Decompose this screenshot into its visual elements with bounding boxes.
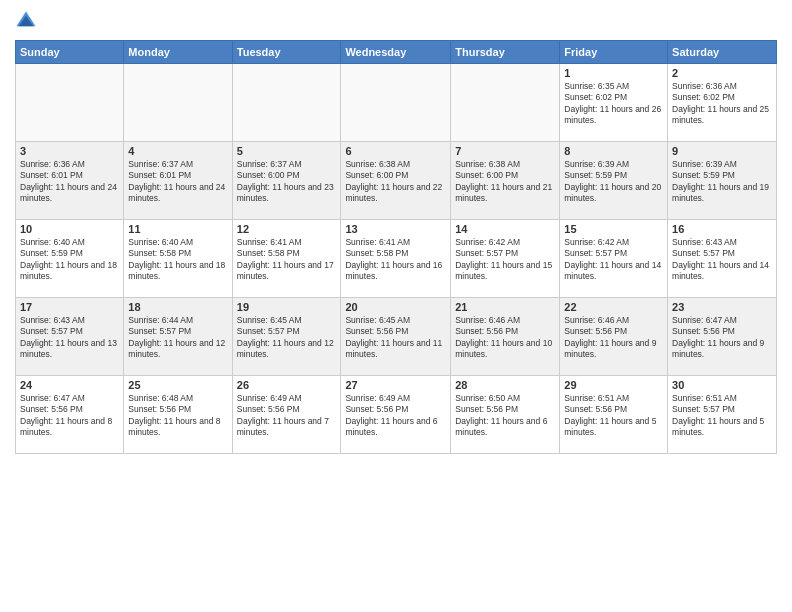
day-info: Sunrise: 6:39 AM Sunset: 5:59 PM Dayligh… [564, 159, 663, 205]
day-info: Sunrise: 6:46 AM Sunset: 5:56 PM Dayligh… [564, 315, 663, 361]
calendar-cell: 24Sunrise: 6:47 AM Sunset: 5:56 PM Dayli… [16, 376, 124, 454]
day-info: Sunrise: 6:51 AM Sunset: 5:56 PM Dayligh… [564, 393, 663, 439]
weekday-header: Friday [560, 41, 668, 64]
day-info: Sunrise: 6:47 AM Sunset: 5:56 PM Dayligh… [672, 315, 772, 361]
day-info: Sunrise: 6:48 AM Sunset: 5:56 PM Dayligh… [128, 393, 227, 439]
calendar-page: SundayMondayTuesdayWednesdayThursdayFrid… [0, 0, 792, 612]
day-number: 25 [128, 379, 227, 391]
logo [15, 10, 41, 32]
day-number: 13 [345, 223, 446, 235]
calendar-cell: 16Sunrise: 6:43 AM Sunset: 5:57 PM Dayli… [668, 220, 777, 298]
day-number: 18 [128, 301, 227, 313]
day-number: 4 [128, 145, 227, 157]
day-number: 19 [237, 301, 337, 313]
calendar-cell: 21Sunrise: 6:46 AM Sunset: 5:56 PM Dayli… [451, 298, 560, 376]
day-number: 11 [128, 223, 227, 235]
day-number: 3 [20, 145, 119, 157]
day-number: 23 [672, 301, 772, 313]
day-number: 8 [564, 145, 663, 157]
day-info: Sunrise: 6:36 AM Sunset: 6:02 PM Dayligh… [672, 81, 772, 127]
calendar-cell: 29Sunrise: 6:51 AM Sunset: 5:56 PM Dayli… [560, 376, 668, 454]
calendar-week-row: 17Sunrise: 6:43 AM Sunset: 5:57 PM Dayli… [16, 298, 777, 376]
day-info: Sunrise: 6:50 AM Sunset: 5:56 PM Dayligh… [455, 393, 555, 439]
calendar-cell: 12Sunrise: 6:41 AM Sunset: 5:58 PM Dayli… [232, 220, 341, 298]
calendar-cell [16, 64, 124, 142]
calendar-cell: 25Sunrise: 6:48 AM Sunset: 5:56 PM Dayli… [124, 376, 232, 454]
calendar-cell: 15Sunrise: 6:42 AM Sunset: 5:57 PM Dayli… [560, 220, 668, 298]
day-number: 2 [672, 67, 772, 79]
day-number: 7 [455, 145, 555, 157]
day-info: Sunrise: 6:35 AM Sunset: 6:02 PM Dayligh… [564, 81, 663, 127]
calendar-cell: 4Sunrise: 6:37 AM Sunset: 6:01 PM Daylig… [124, 142, 232, 220]
day-number: 28 [455, 379, 555, 391]
calendar-cell: 10Sunrise: 6:40 AM Sunset: 5:59 PM Dayli… [16, 220, 124, 298]
day-number: 22 [564, 301, 663, 313]
calendar-table: SundayMondayTuesdayWednesdayThursdayFrid… [15, 40, 777, 454]
calendar-cell: 11Sunrise: 6:40 AM Sunset: 5:58 PM Dayli… [124, 220, 232, 298]
day-number: 5 [237, 145, 337, 157]
day-info: Sunrise: 6:42 AM Sunset: 5:57 PM Dayligh… [455, 237, 555, 283]
day-number: 21 [455, 301, 555, 313]
weekday-header: Monday [124, 41, 232, 64]
calendar-cell: 9Sunrise: 6:39 AM Sunset: 5:59 PM Daylig… [668, 142, 777, 220]
calendar-cell: 1Sunrise: 6:35 AM Sunset: 6:02 PM Daylig… [560, 64, 668, 142]
calendar-cell [232, 64, 341, 142]
day-number: 30 [672, 379, 772, 391]
weekday-header: Saturday [668, 41, 777, 64]
logo-icon [15, 10, 37, 32]
calendar-cell: 6Sunrise: 6:38 AM Sunset: 6:00 PM Daylig… [341, 142, 451, 220]
day-number: 17 [20, 301, 119, 313]
day-info: Sunrise: 6:43 AM Sunset: 5:57 PM Dayligh… [20, 315, 119, 361]
weekday-header: Wednesday [341, 41, 451, 64]
day-number: 26 [237, 379, 337, 391]
calendar-cell: 13Sunrise: 6:41 AM Sunset: 5:58 PM Dayli… [341, 220, 451, 298]
day-number: 24 [20, 379, 119, 391]
day-info: Sunrise: 6:37 AM Sunset: 6:00 PM Dayligh… [237, 159, 337, 205]
weekday-header: Thursday [451, 41, 560, 64]
day-info: Sunrise: 6:51 AM Sunset: 5:57 PM Dayligh… [672, 393, 772, 439]
calendar-cell: 19Sunrise: 6:45 AM Sunset: 5:57 PM Dayli… [232, 298, 341, 376]
calendar-cell: 5Sunrise: 6:37 AM Sunset: 6:00 PM Daylig… [232, 142, 341, 220]
day-info: Sunrise: 6:47 AM Sunset: 5:56 PM Dayligh… [20, 393, 119, 439]
weekday-header: Sunday [16, 41, 124, 64]
day-number: 16 [672, 223, 772, 235]
day-number: 12 [237, 223, 337, 235]
calendar-cell: 22Sunrise: 6:46 AM Sunset: 5:56 PM Dayli… [560, 298, 668, 376]
calendar-cell: 18Sunrise: 6:44 AM Sunset: 5:57 PM Dayli… [124, 298, 232, 376]
day-number: 15 [564, 223, 663, 235]
day-info: Sunrise: 6:49 AM Sunset: 5:56 PM Dayligh… [237, 393, 337, 439]
calendar-cell: 27Sunrise: 6:49 AM Sunset: 5:56 PM Dayli… [341, 376, 451, 454]
day-info: Sunrise: 6:42 AM Sunset: 5:57 PM Dayligh… [564, 237, 663, 283]
day-number: 20 [345, 301, 446, 313]
weekday-header-row: SundayMondayTuesdayWednesdayThursdayFrid… [16, 41, 777, 64]
calendar-cell [124, 64, 232, 142]
calendar-week-row: 10Sunrise: 6:40 AM Sunset: 5:59 PM Dayli… [16, 220, 777, 298]
calendar-cell: 7Sunrise: 6:38 AM Sunset: 6:00 PM Daylig… [451, 142, 560, 220]
day-info: Sunrise: 6:41 AM Sunset: 5:58 PM Dayligh… [237, 237, 337, 283]
calendar-cell: 2Sunrise: 6:36 AM Sunset: 6:02 PM Daylig… [668, 64, 777, 142]
day-info: Sunrise: 6:36 AM Sunset: 6:01 PM Dayligh… [20, 159, 119, 205]
day-info: Sunrise: 6:37 AM Sunset: 6:01 PM Dayligh… [128, 159, 227, 205]
header [15, 10, 777, 32]
calendar-cell: 26Sunrise: 6:49 AM Sunset: 5:56 PM Dayli… [232, 376, 341, 454]
day-info: Sunrise: 6:38 AM Sunset: 6:00 PM Dayligh… [345, 159, 446, 205]
calendar-cell [451, 64, 560, 142]
day-number: 6 [345, 145, 446, 157]
calendar-cell: 28Sunrise: 6:50 AM Sunset: 5:56 PM Dayli… [451, 376, 560, 454]
day-number: 1 [564, 67, 663, 79]
day-info: Sunrise: 6:38 AM Sunset: 6:00 PM Dayligh… [455, 159, 555, 205]
day-info: Sunrise: 6:49 AM Sunset: 5:56 PM Dayligh… [345, 393, 446, 439]
day-info: Sunrise: 6:40 AM Sunset: 5:58 PM Dayligh… [128, 237, 227, 283]
calendar-cell: 3Sunrise: 6:36 AM Sunset: 6:01 PM Daylig… [16, 142, 124, 220]
day-info: Sunrise: 6:45 AM Sunset: 5:57 PM Dayligh… [237, 315, 337, 361]
day-info: Sunrise: 6:43 AM Sunset: 5:57 PM Dayligh… [672, 237, 772, 283]
day-info: Sunrise: 6:44 AM Sunset: 5:57 PM Dayligh… [128, 315, 227, 361]
calendar-cell: 8Sunrise: 6:39 AM Sunset: 5:59 PM Daylig… [560, 142, 668, 220]
day-number: 14 [455, 223, 555, 235]
calendar-cell: 23Sunrise: 6:47 AM Sunset: 5:56 PM Dayli… [668, 298, 777, 376]
weekday-header: Tuesday [232, 41, 341, 64]
calendar-cell: 20Sunrise: 6:45 AM Sunset: 5:56 PM Dayli… [341, 298, 451, 376]
day-number: 29 [564, 379, 663, 391]
day-number: 10 [20, 223, 119, 235]
day-number: 9 [672, 145, 772, 157]
